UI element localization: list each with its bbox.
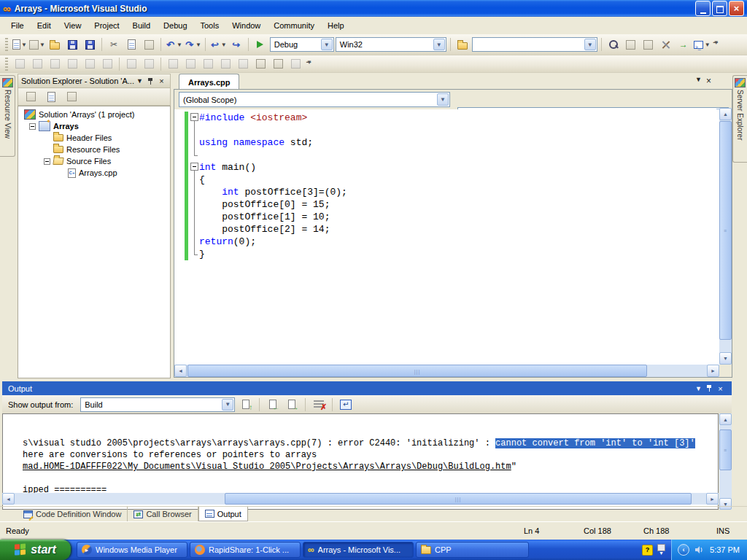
code-line-3[interactable]: using namespace std;	[199, 136, 719, 149]
editor-horizontal-scrollbar[interactable]: ◄ ||| ►	[174, 365, 719, 377]
properties-button[interactable]	[23, 89, 39, 105]
next-method-button[interactable]	[270, 57, 286, 71]
split-arrow-icon[interactable]: ▼	[196, 42, 201, 48]
tool-tab-output[interactable]: Output	[198, 507, 248, 521]
previous-bookmark-button[interactable]	[182, 57, 198, 71]
redo-button[interactable]: ↷▼	[184, 36, 201, 52]
code-line-2[interactable]	[199, 124, 719, 136]
toolbar-options-button[interactable]: ▼▔	[306, 61, 312, 67]
decrease-indent-button[interactable]	[82, 57, 98, 71]
tree-item-header-files[interactable]: Header Files	[18, 132, 170, 144]
scroll-up-button[interactable]: ▲	[719, 108, 732, 120]
fold-collapse-icon[interactable]	[190, 113, 198, 121]
dropdown-arrow-icon[interactable]: ▼	[584, 39, 596, 50]
dropdown-arrow-icon[interactable]: ▼	[222, 399, 233, 411]
dropdown-arrow-icon[interactable]: ▼	[437, 93, 449, 106]
code-line-6[interactable]: {	[199, 174, 719, 186]
auto-hide-pin-button[interactable]	[704, 384, 715, 394]
toolbox-button[interactable]	[658, 36, 674, 52]
menu-help[interactable]: Help	[321, 18, 351, 33]
scroll-right-button[interactable]: ►	[707, 365, 719, 377]
fold-collapse-icon[interactable]	[190, 163, 198, 171]
window-position-button[interactable]: ▼	[134, 76, 145, 86]
horizontal-scroll-thumb[interactable]: |||	[225, 493, 692, 505]
previous-bookmark-in-folder-button[interactable]	[217, 57, 233, 71]
restore-button[interactable]	[712, 1, 727, 16]
refresh-button[interactable]	[63, 89, 80, 105]
split-arrow-icon[interactable]: ▼	[705, 42, 711, 48]
new-project-button[interactable]: ▼	[12, 36, 28, 52]
display-object-member-list-button[interactable]	[12, 57, 28, 71]
command-window-button[interactable]: >_▼	[693, 36, 711, 52]
menu-window[interactable]: Window	[225, 18, 267, 33]
solution-explorer-button[interactable]	[605, 36, 622, 52]
menu-file[interactable]: File	[4, 18, 31, 33]
toggle-bookmark-button[interactable]	[165, 57, 181, 71]
menu-project[interactable]: Project	[88, 18, 125, 33]
buildlog-link[interactable]: mad.HOME-1DAFFFF022\My Documents\Visual …	[23, 462, 511, 472]
code-text[interactable]: #include <iostream>using namespace std;i…	[199, 112, 719, 260]
previous-message-button[interactable]: ←	[265, 397, 281, 413]
next-message-button[interactable]: →	[284, 397, 300, 413]
display-parameter-info-button[interactable]	[29, 57, 45, 71]
output-title-bar[interactable]: Output ▼ ×	[2, 381, 732, 395]
scope-combobox[interactable]: (Global Scope) ▼	[179, 92, 450, 107]
save-all-button[interactable]	[82, 36, 98, 52]
code-line-9[interactable]: postOffice[1] = 10;	[199, 211, 719, 223]
taskbar-button-cpp[interactable]: CPP	[416, 542, 529, 558]
menu-build[interactable]: Build	[126, 18, 157, 33]
open-file-button[interactable]	[47, 36, 63, 52]
save-button[interactable]	[64, 36, 80, 52]
display-quick-info-button[interactable]	[47, 57, 63, 71]
menu-debug[interactable]: Debug	[157, 18, 193, 33]
output-vertical-scrollbar[interactable]: ▲ ≡ ▼	[719, 413, 732, 510]
active-files-menu-button[interactable]: ▼	[695, 76, 702, 86]
menu-community[interactable]: Community	[267, 18, 321, 33]
toggle-word-wrap-button[interactable]: ↵	[338, 397, 354, 413]
dropdown-arrow-icon[interactable]: ▼	[433, 39, 445, 50]
vertical-scroll-thumb[interactable]: ≡	[719, 429, 732, 470]
output-horizontal-scrollbar[interactable]: ◄ ||| ►	[2, 493, 719, 505]
code-editor[interactable]: #include <iostream>using namespace std;i…	[174, 109, 719, 365]
code-line-7[interactable]: int postOffice[3]=(0);	[199, 186, 719, 198]
clear-all-button[interactable]	[311, 397, 327, 413]
tree-item-resource-files[interactable]: Resource Files	[18, 144, 170, 155]
help-notification-icon[interactable]: ?	[642, 545, 653, 556]
scroll-up-button[interactable]: ▲	[719, 413, 732, 425]
horizontal-scroll-thumb[interactable]: |||	[187, 365, 647, 377]
hardware-tray-icon[interactable]: ▼	[657, 544, 665, 556]
add-new-item-button[interactable]: ▼	[29, 36, 45, 52]
vertical-scroll-thumb[interactable]: ≡	[719, 121, 732, 340]
next-bookmark-button[interactable]	[200, 57, 216, 71]
menu-view[interactable]: View	[58, 18, 88, 33]
navigate-forward-button[interactable]: ↪	[228, 36, 244, 52]
close-document-button[interactable]: ×	[706, 76, 711, 86]
tool-tab-call-browser[interactable]: ⇄Call Browser	[128, 507, 198, 521]
document-tab-arrays-cpp[interactable]: Arrays.cpp	[179, 74, 239, 90]
bookmarks-window-button[interactable]	[287, 57, 303, 71]
solution-explorer-title-bar[interactable]: Solution Explorer - Solution 'A... ▼ ×	[18, 74, 171, 88]
taskbar-button-windows-media-player[interactable]: ▸Windows Media Player	[77, 542, 187, 558]
taskbar-button-rapidshare-1-click[interactable]: RapidShare: 1-Click ...	[190, 542, 301, 558]
toolbar-grip[interactable]	[5, 38, 8, 51]
resource-view-tab[interactable]: Resource View	[0, 75, 15, 157]
code-line-1[interactable]: #include <iostream>	[199, 112, 719, 124]
split-arrow-icon[interactable]: ▼	[177, 42, 182, 48]
tree-item-arrays[interactable]: Arrays	[18, 120, 170, 132]
tree-item-solution-arrays-1-project-[interactable]: Solution 'Arrays' (1 project)	[18, 109, 170, 120]
hide-icons-button[interactable]: ‹	[678, 544, 689, 556]
code-line-8[interactable]: postOffice[0] = 15;	[199, 198, 719, 211]
navigate-backward-button[interactable]: ↩▼	[209, 36, 227, 52]
server-explorer-tab[interactable]: Server Explorer	[732, 75, 747, 163]
object-browser-button[interactable]	[640, 36, 657, 52]
output-source-combobox[interactable]: Build ▼	[80, 397, 235, 412]
minimize-button[interactable]	[695, 1, 711, 16]
dropdown-arrow-icon[interactable]: ▼	[321, 39, 333, 50]
tree-item-source-files[interactable]: Source Files	[18, 155, 170, 167]
display-word-completion-button[interactable]	[64, 57, 80, 71]
tree-expander-icon[interactable]	[29, 123, 36, 130]
tree-item-arrays-cpp[interactable]: C+Arrays.cpp	[18, 167, 170, 179]
start-button[interactable]: start	[0, 540, 71, 560]
increase-indent-button[interactable]	[99, 57, 115, 71]
previous-method-button[interactable]	[252, 57, 268, 71]
